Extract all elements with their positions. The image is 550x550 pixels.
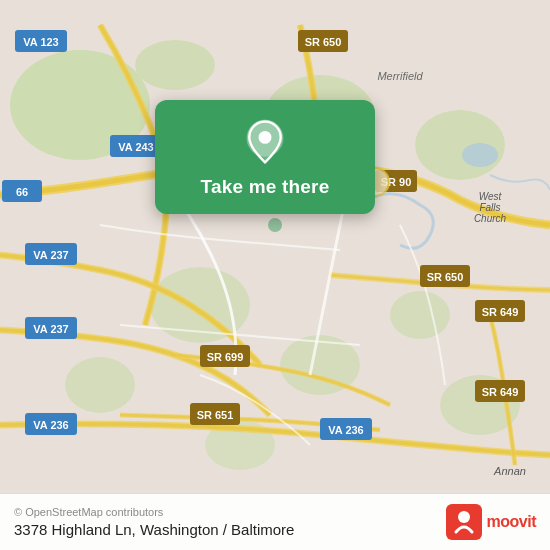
svg-point-11 — [462, 143, 498, 167]
svg-text:66: 66 — [16, 186, 28, 198]
svg-text:SR 650: SR 650 — [305, 36, 342, 48]
svg-point-48 — [259, 131, 272, 144]
svg-text:VA 237: VA 237 — [33, 323, 68, 335]
copyright-text: © OpenStreetMap contributors — [14, 506, 294, 518]
map-container: VA 123 66 VA 243 VA 237 VA 237 VA 236 SR… — [0, 0, 550, 550]
svg-text:SR 651: SR 651 — [197, 409, 234, 421]
svg-text:Annan: Annan — [493, 465, 526, 477]
take-me-there-button[interactable]: Take me there — [201, 176, 330, 198]
address-text: 3378 Highland Ln, Washington / Baltimore — [14, 521, 294, 538]
svg-text:Church: Church — [474, 213, 507, 224]
svg-text:Falls: Falls — [479, 202, 500, 213]
moovit-label: moovit — [487, 513, 536, 531]
popup-card: Take me there — [155, 100, 375, 214]
svg-text:VA 236: VA 236 — [328, 424, 363, 436]
svg-point-4 — [415, 110, 505, 180]
map-pin-icon — [241, 118, 289, 166]
bottom-bar: © OpenStreetMap contributors 3378 Highla… — [0, 493, 550, 550]
moovit-logo: moovit — [446, 504, 536, 540]
svg-text:West: West — [479, 191, 503, 202]
svg-text:SR 650: SR 650 — [427, 271, 464, 283]
svg-point-2 — [135, 40, 215, 90]
svg-point-46 — [268, 218, 282, 232]
svg-text:SR 649: SR 649 — [482, 306, 519, 318]
svg-text:SR 699: SR 699 — [207, 351, 244, 363]
svg-point-8 — [390, 291, 450, 339]
address-section: © OpenStreetMap contributors 3378 Highla… — [14, 506, 294, 538]
map-background: VA 123 66 VA 243 VA 237 VA 237 VA 236 SR… — [0, 0, 550, 550]
moovit-icon — [446, 504, 482, 540]
svg-point-50 — [458, 511, 470, 523]
svg-text:VA 236: VA 236 — [33, 419, 68, 431]
svg-text:SR 649: SR 649 — [482, 386, 519, 398]
svg-point-7 — [65, 357, 135, 413]
svg-text:Merrifield: Merrifield — [377, 70, 423, 82]
svg-text:VA 237: VA 237 — [33, 249, 68, 261]
svg-text:VA 123: VA 123 — [23, 36, 58, 48]
svg-text:VA 243: VA 243 — [118, 141, 153, 153]
